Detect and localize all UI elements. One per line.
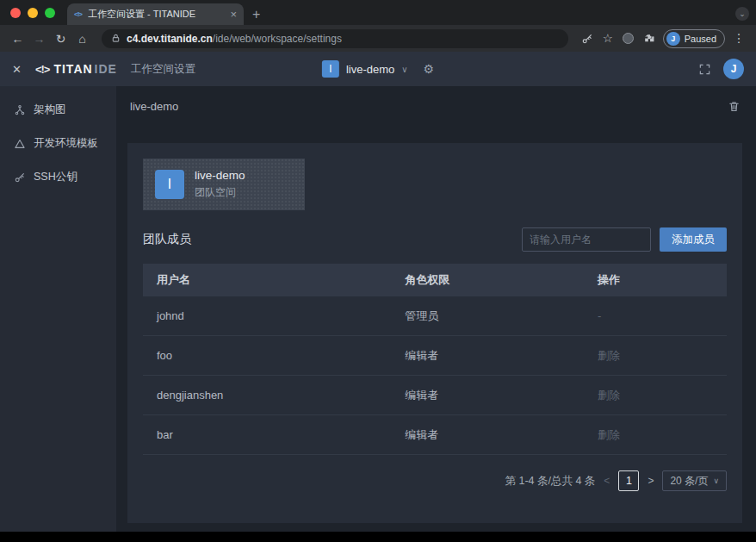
- browser-window: <!> 工作空间设置 - TITANIDE × + ⌄ ← → ↻ ⌂ c4.d…: [0, 0, 756, 542]
- hierarchy-icon: [14, 104, 26, 116]
- logo-mark-icon: <!>: [35, 63, 50, 76]
- key-icon: [581, 33, 593, 45]
- members-table: 用户名 角色权限 操作 johnd 管理员 - foo 编辑者 删除: [143, 264, 727, 455]
- cell-action: -: [584, 309, 727, 322]
- url-text: c4.dev.titanide.cn/ide/web/workspace/set…: [127, 33, 342, 45]
- close-workspace-icon[interactable]: ✕: [12, 63, 22, 76]
- app-body: 架构图 开发环境模板 SSH公钥 live-demo l: [0, 86, 756, 532]
- page-size-value: 20 条/页: [670, 474, 708, 489]
- pagination: 第 1-4 条/总共 4 条 < 1 > 20 条/页 ∨: [143, 470, 727, 491]
- cell-role: 编辑者: [391, 427, 584, 443]
- forward-button[interactable]: →: [28, 33, 50, 45]
- puzzle-icon: [643, 33, 654, 44]
- browser-tab[interactable]: <!> 工作空间设置 - TITANIDE ×: [67, 3, 244, 25]
- key-icon: [14, 171, 26, 184]
- table-row: johnd 管理员 -: [143, 296, 727, 336]
- main-page-header: live-demo: [116, 86, 756, 126]
- gear-icon[interactable]: ⚙: [424, 62, 435, 76]
- delete-member-link[interactable]: 删除: [584, 388, 727, 403]
- window-close-button[interactable]: [10, 8, 21, 18]
- window-zoom-button[interactable]: [45, 8, 55, 18]
- trash-icon: [728, 100, 741, 113]
- column-header-role: 角色权限: [391, 272, 584, 288]
- page-title: 工作空间设置: [131, 62, 195, 77]
- next-page-button[interactable]: >: [648, 475, 654, 487]
- url-host: c4.dev.titanide.cn: [127, 33, 213, 45]
- sidebar-item-label: SSH公钥: [34, 170, 77, 184]
- table-row: bar 编辑者 删除: [143, 415, 727, 455]
- column-header-action: 操作: [584, 272, 727, 288]
- paused-label: Paused: [685, 34, 716, 44]
- workspace-page-title: live-demo: [130, 100, 178, 113]
- cell-role: 编辑者: [391, 348, 584, 364]
- header-right: J: [698, 59, 744, 79]
- extensions-button[interactable]: [639, 33, 660, 44]
- user-avatar[interactable]: J: [723, 59, 744, 79]
- reload-button[interactable]: ↻: [50, 33, 71, 45]
- traffic-lights: [0, 0, 67, 25]
- lock-icon: [111, 34, 121, 43]
- workspace-card-subtitle: 团队空间: [195, 185, 245, 200]
- workspace-card-title: live-demo: [195, 169, 245, 182]
- bookmark-star-button[interactable]: ☆: [598, 33, 618, 45]
- home-button[interactable]: ⌂: [71, 33, 93, 45]
- url-path: /ide/web/workspace/settings: [213, 33, 342, 45]
- workspace-name: live-demo: [346, 63, 394, 76]
- page-size-select[interactable]: 20 条/页 ∨: [662, 470, 727, 491]
- tab-strip: <!> 工作空间设置 - TITANIDE × + ⌄: [0, 0, 756, 25]
- workspace-selector[interactable]: l live-demo ∨ ⚙: [322, 60, 434, 78]
- profile-paused-badge[interactable]: J Paused: [663, 29, 725, 48]
- delete-workspace-button[interactable]: [728, 100, 741, 113]
- cell-role: 管理员: [391, 308, 584, 324]
- delete-member-link[interactable]: 删除: [584, 427, 727, 443]
- delete-member-link[interactable]: 删除: [584, 348, 727, 364]
- back-button[interactable]: ←: [7, 33, 28, 45]
- pagination-summary: 第 1-4 条/总共 4 条: [505, 474, 595, 489]
- cell-username: johnd: [143, 309, 391, 322]
- app-header: ✕ <!> TITAN IDE 工作空间设置 l live-demo ∨ ⚙ J: [0, 52, 756, 86]
- sidebar-item-label: 开发环境模板: [34, 136, 98, 151]
- new-tab-button[interactable]: +: [252, 8, 260, 22]
- page-number-button[interactable]: 1: [618, 470, 639, 491]
- window-minimize-button[interactable]: [28, 8, 38, 18]
- add-member-button[interactable]: 添加成员: [660, 227, 727, 252]
- chevron-down-icon: ∨: [401, 65, 407, 74]
- username-input[interactable]: [522, 227, 651, 252]
- workspace-card: l live-demo 团队空间: [143, 159, 305, 210]
- members-controls: 添加成员: [522, 227, 727, 252]
- settings-panel: l live-demo 团队空间 团队成员 添加成员 用户名: [127, 143, 742, 523]
- browser-toolbar: ← → ↻ ⌂ c4.dev.titanide.cn/ide/web/works…: [0, 25, 756, 52]
- extension-circle-icon: [623, 33, 634, 44]
- chevron-down-icon: ∨: [713, 477, 719, 485]
- sidebar-item-label: 架构图: [34, 103, 66, 117]
- main-content: live-demo l live-demo 团队空间 团队成员: [116, 86, 756, 532]
- browser-menu-button[interactable]: ⋮: [728, 33, 749, 45]
- table-row: foo 编辑者 删除: [143, 336, 727, 376]
- fullscreen-icon: [698, 63, 711, 76]
- cell-role: 编辑者: [391, 388, 584, 403]
- sidebar-item-architecture[interactable]: 架构图: [0, 93, 116, 127]
- titanide-logo: <!> TITAN IDE: [35, 62, 117, 76]
- template-icon: [14, 138, 26, 150]
- logo-ide: IDE: [95, 62, 117, 76]
- address-bar[interactable]: c4.dev.titanide.cn/ide/web/workspace/set…: [102, 29, 568, 48]
- table-row: dengjianshen 编辑者 删除: [143, 376, 727, 415]
- tab-close-icon[interactable]: ×: [230, 9, 237, 20]
- table-header-row: 用户名 角色权限 操作: [143, 264, 727, 296]
- password-key-button[interactable]: [577, 33, 598, 45]
- chevron-down-icon: ⌄: [739, 9, 746, 18]
- cell-username: foo: [143, 349, 391, 362]
- fullscreen-button[interactable]: [698, 63, 711, 76]
- sidebar-item-ssh-key[interactable]: SSH公钥: [0, 160, 116, 194]
- workspace-card-text: live-demo 团队空间: [195, 169, 245, 200]
- sidebar-item-dev-template[interactable]: 开发环境模板: [0, 127, 116, 160]
- titanide-favicon-icon: <!>: [74, 10, 82, 18]
- cell-username: dengjianshen: [143, 389, 391, 402]
- members-bar: 团队成员 添加成员: [143, 227, 727, 252]
- column-header-username: 用户名: [143, 272, 391, 288]
- tab-search-button[interactable]: ⌄: [735, 7, 749, 21]
- cell-username: bar: [143, 428, 391, 441]
- extension-circle-button[interactable]: [618, 33, 639, 44]
- prev-page-button[interactable]: <: [604, 475, 610, 487]
- tab-title: 工作空间设置 - TITANIDE: [88, 8, 224, 21]
